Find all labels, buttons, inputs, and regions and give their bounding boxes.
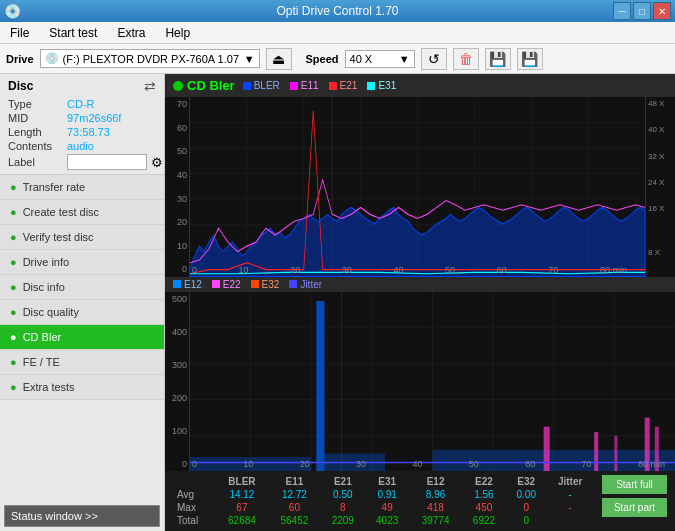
legend-bler: BLER xyxy=(243,80,280,91)
nav-menu: ● Transfer rate ● Create test disc ● Ver… xyxy=(0,175,164,501)
bottom-chart-container: 500 400 300 200 100 0 xyxy=(165,292,675,472)
top-chart-container: 70 60 50 40 30 20 10 0 xyxy=(165,97,675,277)
nav-fe-te[interactable]: ● FE / TE xyxy=(0,350,164,375)
max-e22: 450 xyxy=(462,501,506,514)
menu-extra[interactable]: Extra xyxy=(111,24,151,42)
gear-icon[interactable]: ⚙ xyxy=(151,155,163,170)
e22-color xyxy=(212,280,220,288)
label-input[interactable] xyxy=(67,154,147,170)
action-buttons: Start full Start part xyxy=(602,475,667,527)
max-e21: 8 xyxy=(321,501,365,514)
length-value: 73:58.73 xyxy=(67,126,110,138)
nav-disc-info[interactable]: ● Disc info xyxy=(0,275,164,300)
nav-cd-bler[interactable]: ● CD Bler xyxy=(0,325,164,350)
main-layout: Disc ⇄ Type CD-R MID 97m26s66f Length 73… xyxy=(0,74,675,531)
avg-e21: 0.50 xyxy=(321,488,365,501)
disc-refresh-icon[interactable]: ⇄ xyxy=(144,78,156,94)
bottom-chart-svg xyxy=(190,292,675,472)
chart-title-text: CD Bler xyxy=(187,78,235,93)
cd-bler-icon: ● xyxy=(10,331,17,343)
max-bler: 67 xyxy=(216,501,268,514)
mid-value: 97m26s66f xyxy=(67,112,121,124)
eject-button[interactable]: ⏏ xyxy=(266,48,292,70)
legend-e11: E11 xyxy=(290,80,319,91)
minimize-button[interactable]: ─ xyxy=(613,2,631,20)
max-e32: 0 xyxy=(506,501,546,514)
transfer-rate-icon: ● xyxy=(10,181,17,193)
col-header-e32: E32 xyxy=(506,475,546,488)
erase-button[interactable]: 🗑 xyxy=(453,48,479,70)
legend-e32: E32 xyxy=(251,279,280,290)
max-e11: 60 xyxy=(268,501,320,514)
e11-color xyxy=(290,82,298,90)
max-jitter: - xyxy=(546,501,594,514)
stats-header-row: BLER E11 E21 E31 E12 E22 E32 Jitter xyxy=(173,475,594,488)
nav-drive-info[interactable]: ● Drive info xyxy=(0,250,164,275)
y-axis-left-bottom: 500 400 300 200 100 0 xyxy=(165,292,190,472)
avg-e32: 0.00 xyxy=(506,488,546,501)
speed-value: 40 X xyxy=(350,53,373,65)
start-part-button[interactable]: Start part xyxy=(602,498,667,517)
mid-key: MID xyxy=(8,112,63,124)
nav-extra-tests[interactable]: ● Extra tests xyxy=(0,375,164,400)
disc-info-icon: ● xyxy=(10,281,17,293)
titlebar: 💿 Opti Drive Control 1.70 ─ □ ✕ xyxy=(0,0,675,22)
avg-e31: 0.91 xyxy=(365,488,409,501)
label-key: Label xyxy=(8,156,63,168)
app-icon: 💿 xyxy=(4,3,21,19)
menu-file[interactable]: File xyxy=(4,24,35,42)
avg-bler: 14.12 xyxy=(216,488,268,501)
stats-table: BLER E11 E21 E31 E12 E22 E32 Jitter Avg xyxy=(173,475,594,527)
total-e12: 39774 xyxy=(409,514,461,527)
x-axis-top: 0 10 20 30 40 50 60 70 80 min xyxy=(190,265,645,275)
e12-color xyxy=(173,280,181,288)
nav-transfer-rate[interactable]: ● Transfer rate xyxy=(0,175,164,200)
y-axis-left-top: 70 60 50 40 30 20 10 0 xyxy=(165,97,190,277)
speed-selector[interactable]: 40 X ▼ xyxy=(345,50,415,68)
jitter-color xyxy=(289,280,297,288)
avg-jitter: - xyxy=(546,488,594,501)
content-area: CD Bler BLER E11 E21 E31 xyxy=(165,74,675,531)
drive-value: (F:) PLEXTOR DVDR PX-760A 1.07 xyxy=(63,53,239,65)
total-e21: 2209 xyxy=(321,514,365,527)
svg-rect-28 xyxy=(316,300,324,471)
top-chart-svg xyxy=(190,97,645,277)
length-key: Length xyxy=(8,126,63,138)
close-button[interactable]: ✕ xyxy=(653,2,671,20)
stats-avg-row: Avg 14.12 12.72 0.50 0.91 8.96 1.56 0.00… xyxy=(173,488,594,501)
stats-panel: BLER E11 E21 E31 E12 E22 E32 Jitter Avg xyxy=(165,471,675,531)
legend-jitter: Jitter xyxy=(289,279,322,290)
legend-e22: E22 xyxy=(212,279,241,290)
nav-disc-quality[interactable]: ● Disc quality xyxy=(0,300,164,325)
avg-e22: 1.56 xyxy=(462,488,506,501)
stats-total-row: Total 62684 56452 2209 4023 39774 6922 0 xyxy=(173,514,594,527)
start-full-button[interactable]: Start full xyxy=(602,475,667,494)
status-window-button[interactable]: Status window >> xyxy=(4,505,160,527)
nav-create-test-disc[interactable]: ● Create test disc xyxy=(0,200,164,225)
maximize-button[interactable]: □ xyxy=(633,2,651,20)
drive-info-icon: ● xyxy=(10,256,17,268)
total-e22: 6922 xyxy=(462,514,506,527)
drive-selector[interactable]: 💿 (F:) PLEXTOR DVDR PX-760A 1.07 ▼ xyxy=(40,49,260,68)
disc-info-panel: Disc ⇄ Type CD-R MID 97m26s66f Length 73… xyxy=(0,74,164,175)
menu-help[interactable]: Help xyxy=(159,24,196,42)
col-header-e22: E22 xyxy=(462,475,506,488)
bottom-chart-header: E12 E22 E32 Jitter xyxy=(165,277,675,292)
menu-start-test[interactable]: Start test xyxy=(43,24,103,42)
drive-label: Drive xyxy=(6,53,34,65)
total-e32: 0 xyxy=(506,514,546,527)
save-button[interactable]: 💾 xyxy=(517,48,543,70)
burn-button[interactable]: 💾 xyxy=(485,48,511,70)
menubar: File Start test Extra Help xyxy=(0,22,675,44)
chart-legend-bottom: E12 E22 E32 Jitter xyxy=(173,279,322,290)
y-axis-right-top: 48 X 40 X 32 X 24 X 16 X 8 X xyxy=(645,97,675,277)
total-jitter xyxy=(546,514,594,527)
fe-te-icon: ● xyxy=(10,356,17,368)
col-header-e11: E11 xyxy=(268,475,320,488)
refresh-drive-button[interactable]: ↺ xyxy=(421,48,447,70)
nav-verify-test-disc[interactable]: ● Verify test disc xyxy=(0,225,164,250)
disc-section-title: Disc xyxy=(8,79,33,93)
col-header-e12: E12 xyxy=(409,475,461,488)
window-controls: ─ □ ✕ xyxy=(613,2,671,20)
type-key: Type xyxy=(8,98,63,110)
